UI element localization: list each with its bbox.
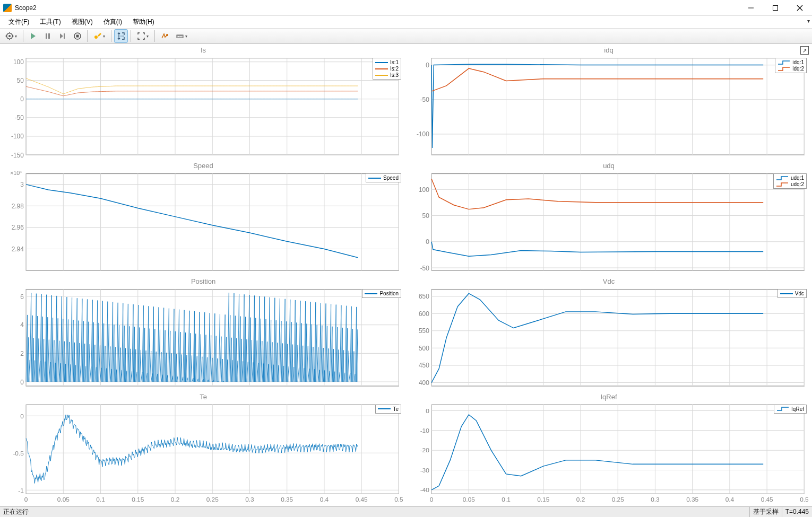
run-button[interactable] [26,29,40,43]
svg-text:50: 50 [17,77,24,84]
pause-button[interactable] [41,29,55,43]
plot-title: idq [409,46,809,56]
plot-IqRef[interactable]: IqRef-40-30-20-10000.050.10.150.20.250.3… [409,393,809,505]
svg-text:0.05: 0.05 [57,496,70,503]
status-sample-mode: 基于采样 [749,507,782,517]
menu-view[interactable]: 视图(V) [66,16,98,28]
plot-area[interactable]: -100-500idq:1idq:2 [409,56,809,159]
svg-text:-1: -1 [18,487,24,494]
step-forward-button[interactable] [56,29,70,43]
svg-text:2.94: 2.94 [12,246,24,253]
svg-text:0: 0 [20,413,24,420]
legend: Vdc [778,289,807,298]
toolbar: ▾ ▾ ▾ ▾ [0,29,812,44]
svg-rect-12 [48,33,50,39]
svg-text:50: 50 [422,212,429,220]
plot-idq[interactable]: idq-100-500idq:1idq:2 [409,46,809,159]
svg-text:0.5: 0.5 [394,496,403,503]
svg-rect-11 [46,33,47,39]
status-running: 正在运行 [0,507,32,516]
svg-text:0.45: 0.45 [356,496,368,503]
legend-label: idq:2 [792,66,804,72]
svg-text:-20: -20 [420,446,430,454]
menu-sim[interactable]: 仿真(I) [98,16,127,28]
plot-Speed[interactable]: Speed2.942.962.983×10⁴Speed [3,162,403,274]
svg-text:0.3: 0.3 [245,496,254,503]
svg-text:100: 100 [419,186,429,194]
svg-text:0.25: 0.25 [206,496,219,503]
svg-text:0.35: 0.35 [686,496,698,503]
svg-text:-50: -50 [15,114,24,121]
zoom-xy-button[interactable] [114,29,128,43]
legend: idq:1idq:2 [775,58,807,73]
plot-udq[interactable]: udq-50050100udq:1udq:2 [409,162,809,274]
menu-bar: 文件(F) 工具(T) 视图(V) 仿真(I) 帮助(H) ▾ [0,16,812,29]
maximize-button[interactable] [763,0,788,16]
plot-title: Speed [3,162,403,171]
svg-text:0: 0 [24,496,28,503]
matlab-icon [3,4,12,12]
plot-area[interactable]: -40-30-20-10000.050.10.150.20.250.30.350… [409,402,809,505]
plot-area[interactable]: -150-100-50050100Is:1Is:2Is:3 [3,56,403,159]
close-button[interactable] [788,0,812,16]
legend-label: Speed [383,175,399,181]
svg-text:0.4: 0.4 [320,496,329,503]
svg-text:0.15: 0.15 [132,496,144,503]
plot-title: Te [3,393,403,402]
minimize-button[interactable] [739,0,763,16]
plot-area[interactable]: -50050100udq:1udq:2 [409,171,809,274]
plot-area[interactable]: -1-0.5000.050.10.150.20.250.30.350.40.45… [3,402,403,505]
plot-Vdc[interactable]: Vdc400450500550600650Vdc [409,277,809,390]
legend: Te [375,405,401,414]
plot-title: udq [409,162,809,171]
legend-label: Is:3 [390,72,399,78]
legend-label: Te [393,406,399,412]
triggers-button[interactable] [158,29,171,43]
legend-label: Position [379,291,399,296]
plot-title: IqRef [409,393,809,402]
svg-text:0.2: 0.2 [576,496,585,503]
legend-label: Vdc [795,291,804,296]
highlight-signal-button[interactable]: ▾ [90,29,108,43]
settings-button[interactable]: ▾ [2,29,20,43]
svg-marker-13 [60,33,63,39]
plot-area[interactable]: 400450500550600650Vdc [409,287,809,390]
autoscale-button[interactable]: ▾ [134,29,152,43]
plot-title: Vdc [409,277,809,287]
svg-text:0.3: 0.3 [651,496,660,503]
menu-tool[interactable]: 工具(T) [34,16,66,28]
legend-label: IqRef [791,406,804,412]
legend: udq:1udq:2 [773,173,807,189]
plot-title: Position [3,277,403,287]
legend: Speed [366,173,401,182]
plot-Is[interactable]: Is-150-100-50050100Is:1Is:2Is:3 [3,46,403,159]
svg-text:-30: -30 [420,467,430,474]
menu-file[interactable]: 文件(F) [3,16,34,28]
svg-marker-10 [31,33,36,39]
legend-label: udq:2 [791,181,804,187]
svg-text:2.98: 2.98 [12,203,24,210]
plot-Position[interactable]: Position0246Position [3,277,403,390]
svg-text:-150: -150 [11,152,24,159]
measurements-button[interactable]: ▾ [172,29,191,43]
svg-text:650: 650 [419,293,429,300]
plot-area[interactable]: 2.942.962.983×10⁴Speed [3,171,403,274]
svg-text:400: 400 [419,379,429,387]
svg-text:0.1: 0.1 [502,496,510,503]
svg-point-5 [8,35,11,37]
title-bar: Scope2 [0,0,812,16]
svg-text:0.45: 0.45 [761,496,773,503]
svg-text:0.5: 0.5 [800,496,809,503]
svg-text:0: 0 [426,238,429,246]
legend: Is:1Is:2Is:3 [373,58,401,80]
svg-text:-100: -100 [417,130,429,138]
plot-area[interactable]: 0246Position [3,287,403,390]
plot-Te[interactable]: Te-1-0.5000.050.10.150.20.250.30.350.40.… [3,393,403,505]
legend-label: udq:1 [791,175,804,181]
menu-overflow-icon[interactable]: ▾ [807,18,810,24]
svg-text:-50: -50 [420,265,429,272]
menu-help[interactable]: 帮助(H) [127,16,160,28]
plot-grid: ↗ Is-150-100-50050100Is:1Is:2Is:3idq-100… [0,44,812,506]
stop-button[interactable] [71,29,84,43]
svg-text:0.1: 0.1 [96,496,105,503]
